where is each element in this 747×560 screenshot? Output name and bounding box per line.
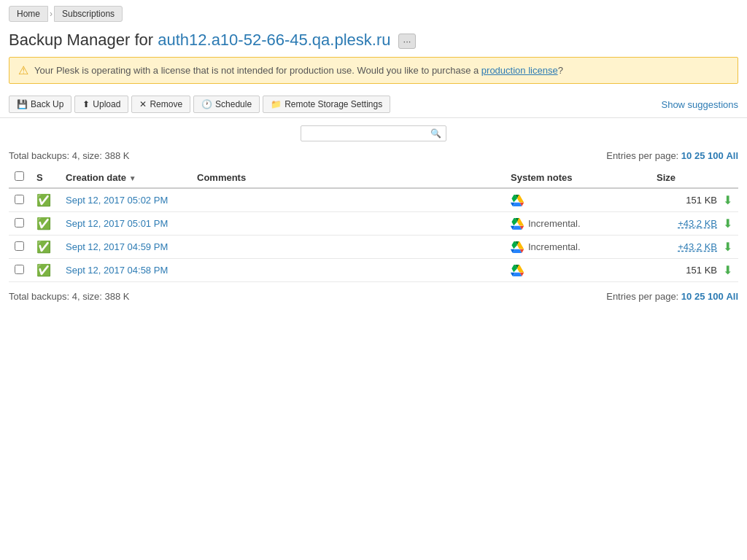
schedule-icon: 🕐 <box>201 99 212 109</box>
row-size-cell: 151 KB ⬇ <box>651 188 738 212</box>
download-icon-0[interactable]: ⬇ <box>723 193 732 207</box>
size-text: 151 KB <box>686 195 717 206</box>
entries-25-bottom[interactable]: 25 <box>694 291 705 302</box>
row-comments-cell <box>191 236 505 259</box>
warning-icon: ⚠ <box>18 63 28 77</box>
remote-storage-button[interactable]: 📁 Remote Storage Settings <box>263 96 390 113</box>
entries-100-bottom[interactable]: 100 <box>708 291 724 302</box>
row-comments-cell <box>191 212 505 236</box>
row-notes-cell: Incremental. <box>505 236 651 259</box>
total-backups-bottom: Total backups: 4, size: 388 K <box>9 291 129 302</box>
total-backups-top: Total backups: 4, size: 388 K <box>9 150 129 161</box>
row-checkbox-3[interactable] <box>15 265 24 274</box>
breadcrumb-separator: › <box>50 9 53 19</box>
download-icon-3[interactable]: ⬇ <box>723 263 732 277</box>
page-header: Backup Manager for auth12.a10-52-66-45.q… <box>0 28 747 57</box>
row-notes-cell: Incremental. <box>505 212 651 236</box>
breadcrumb-subscriptions[interactable]: Subscriptions <box>54 6 123 22</box>
entries-all-bottom[interactable]: All <box>726 291 738 302</box>
row-notes-cell <box>505 259 651 282</box>
row-checkbox-cell <box>9 188 31 212</box>
production-license-link[interactable]: production license <box>481 65 558 76</box>
table-row: ✅ Sept 12, 2017 05:02 PM 151 KB ⬇ <box>9 188 738 212</box>
upload-button[interactable]: ⬆ Upload <box>74 96 128 113</box>
remove-icon: ✕ <box>139 99 147 109</box>
search-input[interactable] <box>306 128 430 139</box>
row-status-cell: ✅ <box>31 188 60 212</box>
row-checkbox-cell <box>9 236 31 259</box>
row-status-cell: ✅ <box>31 212 60 236</box>
breadcrumb: Home › Subscriptions <box>0 0 747 28</box>
entries-per-page-top: Entries per page: 10 25 100 All <box>606 150 738 161</box>
search-box: 🔍 <box>301 125 446 141</box>
row-checkbox-2[interactable] <box>15 241 24 251</box>
schedule-button[interactable]: 🕐 Schedule <box>193 96 260 113</box>
table-row: ✅ Sept 12, 2017 05:01 PM Incremental. +4… <box>9 212 738 236</box>
row-checkbox-1[interactable] <box>15 218 24 228</box>
entries-100-top[interactable]: 100 <box>708 150 724 161</box>
date-link-2[interactable]: Sept 12, 2017 04:59 PM <box>66 241 168 252</box>
status-ok-icon: ✅ <box>36 217 51 230</box>
remove-button[interactable]: ✕ Remove <box>131 96 190 113</box>
date-link-1[interactable]: Sept 12, 2017 05:01 PM <box>66 218 168 229</box>
page-title: Backup Manager for auth12.a10-52-66-45.q… <box>9 31 738 50</box>
download-icon-1[interactable]: ⬇ <box>723 217 732 230</box>
row-checkbox-0[interactable] <box>15 195 24 204</box>
col-header-comments: Comments <box>191 167 505 188</box>
entries-10-top[interactable]: 10 <box>681 150 692 161</box>
breadcrumb-home[interactable]: Home <box>9 6 48 22</box>
size-text: 151 KB <box>686 265 717 276</box>
entries-25-top[interactable]: 25 <box>694 150 705 161</box>
select-all-checkbox[interactable] <box>15 171 24 181</box>
entries-10-bottom[interactable]: 10 <box>681 291 692 302</box>
remote-storage-icon: 📁 <box>271 99 282 109</box>
backup-button[interactable]: 💾 Back Up <box>9 96 71 113</box>
backup-table: S Creation date ▼ Comments System notes … <box>9 167 738 282</box>
entries-all-top[interactable]: All <box>726 150 738 161</box>
date-link-3[interactable]: Sept 12, 2017 04:58 PM <box>66 265 168 276</box>
sort-icon: ▼ <box>129 174 136 182</box>
more-options-button[interactable]: ··· <box>398 34 417 49</box>
backup-icon: 💾 <box>17 99 28 109</box>
warning-text: Your Plesk is operating with a license t… <box>34 65 563 76</box>
row-checkbox-cell <box>9 259 31 282</box>
row-notes-cell <box>505 188 651 212</box>
search-icon: 🔍 <box>430 128 441 139</box>
table-row: ✅ Sept 12, 2017 04:59 PM Incremental. +4… <box>9 236 738 259</box>
entries-per-page-bottom: Entries per page: 10 25 100 All <box>606 291 738 302</box>
table-header-row: S Creation date ▼ Comments System notes … <box>9 167 738 188</box>
row-date-cell: Sept 12, 2017 04:59 PM <box>60 236 191 259</box>
size-link[interactable]: +43.2 KB <box>678 241 717 252</box>
table-row: ✅ Sept 12, 2017 04:58 PM 151 KB ⬇ <box>9 259 738 282</box>
row-status-cell: ✅ <box>31 259 60 282</box>
toolbar: 💾 Back Up ⬆ Upload ✕ Remove 🕐 Schedule 📁… <box>0 91 747 118</box>
row-size-cell: +43.2 KB ⬇ <box>651 212 738 236</box>
download-icon-2[interactable]: ⬇ <box>723 240 732 254</box>
row-date-cell: Sept 12, 2017 04:58 PM <box>60 259 191 282</box>
row-status-cell: ✅ <box>31 236 60 259</box>
summary-bottom: Total backups: 4, size: 388 K Entries pe… <box>0 288 747 305</box>
status-ok-icon: ✅ <box>36 241 51 253</box>
row-comments-cell <box>191 259 505 282</box>
status-ok-icon: ✅ <box>36 264 51 276</box>
upload-icon: ⬆ <box>82 99 90 109</box>
size-link[interactable]: +43.2 KB <box>678 218 717 229</box>
status-ok-icon: ✅ <box>36 194 51 206</box>
date-link-0[interactable]: Sept 12, 2017 05:02 PM <box>66 195 168 206</box>
row-date-cell: Sept 12, 2017 05:02 PM <box>60 188 191 212</box>
col-header-size: Size <box>651 167 738 188</box>
row-checkbox-cell <box>9 212 31 236</box>
incremental-label: Incremental. <box>528 218 581 229</box>
row-size-cell: +43.2 KB ⬇ <box>651 236 738 259</box>
server-link[interactable]: auth12.a10-52-66-45.qa.plesk.ru <box>158 31 390 49</box>
search-container: 🔍 <box>9 125 738 141</box>
row-size-cell: 151 KB ⬇ <box>651 259 738 282</box>
col-header-status: S <box>31 167 60 188</box>
summary-top: Total backups: 4, size: 388 K Entries pe… <box>0 147 747 164</box>
row-comments-cell <box>191 188 505 212</box>
col-header-date[interactable]: Creation date ▼ <box>60 167 191 188</box>
suggestions-link[interactable]: Show suggestions <box>661 99 738 110</box>
col-header-notes: System notes <box>505 167 651 188</box>
warning-bar: ⚠ Your Plesk is operating with a license… <box>9 57 738 84</box>
col-header-checkbox <box>9 167 31 188</box>
